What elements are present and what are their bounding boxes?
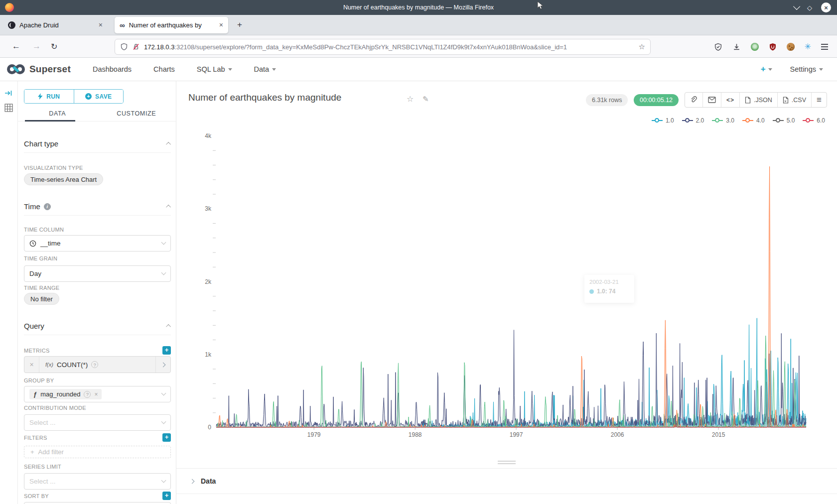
tab-superset-explore[interactable]: ∞ Numer of earthquakes by × [115, 17, 228, 33]
section-chart-type[interactable]: Chart type [24, 135, 171, 153]
svg-text:2k: 2k [205, 278, 212, 285]
nav-dashboards[interactable]: Dashboards [93, 65, 132, 73]
series-limit-label: SERIES LIMIT [24, 464, 171, 470]
collapse-icon[interactable] [166, 142, 171, 147]
data-panel-header[interactable]: Data [176, 468, 837, 494]
insecure-lock-icon[interactable] [132, 43, 140, 51]
metric-item[interactable]: × f(x) COUNT(*) ? [24, 356, 171, 373]
fx-icon: f(x) [45, 362, 53, 368]
brand-name: Superset [29, 64, 71, 75]
svg-text:2006: 2006 [611, 431, 624, 438]
export-json-button[interactable]: .JSON [739, 93, 777, 107]
add-filter-box[interactable]: + Add filter [24, 446, 171, 458]
browser-toolbar: ← → ↻ 172.18.0.3:32108/superset/explore/… [0, 35, 837, 58]
window-titlebar: Numer of earthquakes by magnitude — Mozi… [0, 0, 837, 15]
bookmark-star-icon[interactable]: ☆ [639, 42, 645, 51]
series-limit-select[interactable]: Select ... [24, 473, 171, 490]
envelope-icon [708, 97, 716, 103]
shield-check-icon[interactable] [714, 43, 722, 51]
chevron-down-icon [161, 270, 166, 275]
sort-by-select[interactable] [24, 502, 171, 504]
svg-text:1979: 1979 [307, 431, 321, 438]
add-filter-plus-button[interactable]: + [162, 433, 171, 442]
run-save-group: RUN + SAVE [24, 89, 124, 104]
svg-text:1k: 1k [205, 351, 212, 358]
remove-metric-icon[interactable]: × [24, 357, 39, 373]
time-grain-select[interactable]: Day [24, 265, 171, 282]
group-by-pill[interactable]: ƒ mag_rounded ? × [29, 389, 102, 399]
tab-close-icon[interactable]: × [219, 21, 223, 29]
edit-title-icon[interactable]: ✎ [422, 95, 429, 104]
url-text[interactable]: 172.18.0.3:32108/superset/explore/?form_… [144, 43, 635, 51]
snowflake-icon[interactable]: ✳ [805, 43, 811, 51]
expand-panel-icon[interactable] [4, 89, 13, 99]
time-range-pill[interactable]: No filter [24, 293, 59, 305]
run-button[interactable]: RUN [24, 90, 74, 103]
time-column-select[interactable]: __time [24, 235, 171, 252]
ublock-shield-icon[interactable] [769, 43, 777, 51]
legend-marker [682, 118, 693, 123]
metrics-label-row: METRICS + [24, 346, 171, 355]
legend-item-5.0[interactable]: 5.0 [773, 117, 795, 124]
close-button[interactable]: × [821, 2, 831, 12]
time-column-label: TIME COLUMN [24, 227, 171, 233]
new-tab-button[interactable]: + [233, 20, 246, 30]
tab-close-icon[interactable]: × [99, 21, 103, 29]
email-button[interactable] [702, 93, 721, 107]
save-button[interactable]: + SAVE [74, 90, 124, 103]
chart-legend: 1.0 2.0 3.0 4.0 5.0 6.0 [652, 117, 825, 124]
reload-button[interactable]: ↻ [51, 42, 57, 51]
tab-data[interactable]: DATA [18, 107, 97, 121]
section-time[interactable]: Time i [24, 198, 171, 216]
timeseries-area-chart[interactable]: 01k2k3k4k19791988199720062015 [196, 126, 824, 445]
viz-type-pill[interactable]: Time-series Area Chart [24, 173, 103, 185]
legend-marker [712, 118, 723, 123]
section-query[interactable]: Query [24, 317, 171, 335]
embed-code-button[interactable]: <> [721, 93, 739, 107]
minimize-button[interactable] [793, 3, 800, 10]
shield-icon[interactable] [120, 43, 128, 51]
group-by-label: GROUP BY [24, 378, 171, 383]
collapse-icon[interactable] [166, 205, 171, 210]
add-sort-button[interactable]: + [162, 492, 171, 500]
nav-charts[interactable]: Charts [153, 65, 175, 73]
browser-tabbar: Apache Druid × ∞ Numer of earthquakes by… [0, 15, 837, 35]
legend-item-4.0[interactable]: 4.0 [742, 117, 765, 124]
legend-item-2.0[interactable]: 2.0 [682, 117, 704, 124]
collapse-icon[interactable] [166, 324, 171, 329]
contribution-mode-select[interactable]: Select ... [24, 414, 171, 431]
cookie-icon[interactable] [787, 43, 795, 51]
tab-customize[interactable]: CUSTOMIZE [97, 107, 176, 121]
export-csv-button[interactable]: .CSV [777, 93, 811, 107]
maximize-button[interactable]: ◇ [807, 4, 812, 11]
chart-menu-button[interactable]: ≡ [811, 93, 827, 107]
copy-link-button[interactable] [685, 93, 702, 107]
url-bar[interactable]: 172.18.0.3:32108/superset/explore/?form_… [115, 39, 651, 55]
forward-button[interactable]: → [32, 41, 41, 51]
legend-item-3.0[interactable]: 3.0 [712, 117, 734, 124]
group-by-select[interactable]: ƒ mag_rounded ? × [24, 386, 171, 402]
chart-actions: <> .JSON .CSV ≡ [685, 92, 827, 108]
superset-logo[interactable]: Superset [6, 63, 71, 76]
legend-item-6.0[interactable]: 6.0 [803, 117, 825, 124]
panel-resize-handle[interactable] [498, 461, 516, 464]
nav-sql-lab[interactable]: SQL Lab [197, 65, 232, 73]
download-icon[interactable] [732, 43, 741, 51]
caret-down-icon [228, 68, 232, 71]
expand-metric-icon[interactable] [155, 357, 170, 373]
favorite-star-icon[interactable]: ☆ [407, 94, 414, 104]
menu-icon[interactable] [821, 44, 828, 49]
back-button[interactable]: ← [12, 41, 20, 51]
legend-item-1.0[interactable]: 1.0 [652, 117, 674, 124]
plus-icon: + [30, 448, 34, 456]
tab-apache-druid[interactable]: Apache Druid × [3, 17, 108, 33]
settings-menu[interactable]: Settings [790, 65, 823, 73]
dataset-grid-icon[interactable] [4, 104, 13, 114]
remove-icon[interactable]: × [94, 391, 98, 398]
add-metric-button[interactable]: + [162, 346, 171, 355]
extension-green-icon[interactable] [751, 43, 759, 51]
code-icon: <> [726, 97, 734, 104]
bolt-icon [38, 93, 43, 100]
nav-data[interactable]: Data [254, 65, 277, 73]
new-item-button[interactable]: + [761, 64, 772, 74]
